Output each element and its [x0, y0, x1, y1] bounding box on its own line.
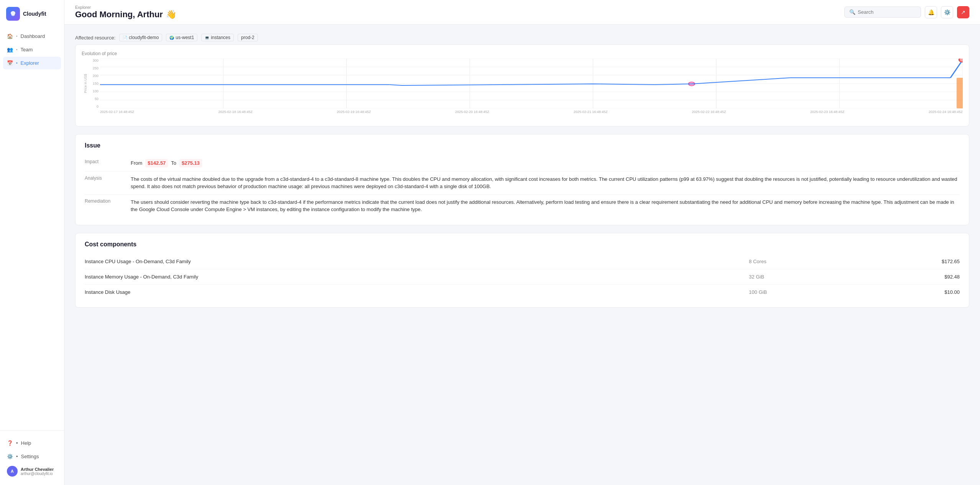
avatar: A — [7, 466, 18, 477]
impact-label: Impact — [85, 155, 131, 171]
logo-text: Cloudyfit — [23, 11, 46, 17]
search-icon: 🔍 — [849, 9, 855, 15]
notifications-button[interactable]: 🔔 — [925, 6, 937, 18]
cost-table: Instance CPU Usage - On-Demand, C3d Fami… — [85, 254, 960, 300]
resource-chip-0[interactable]: 📄 cloudyfit-demo — [119, 34, 162, 41]
remediation-text: The users should consider reverting the … — [131, 194, 960, 217]
header-left: Explorer Good Morning, Arthur 👋 — [75, 5, 176, 20]
impact-value: From $142.57 To $275.13 — [131, 155, 960, 171]
title-text: Good Morning, Arthur — [75, 10, 163, 20]
cost-name-1: Instance Memory Usage - On-Demand, C3d F… — [85, 269, 749, 284]
cost-amount-2: $10.00 — [854, 284, 960, 300]
resource-chip-2[interactable]: 💻 instances — [201, 34, 234, 41]
sidebar-item-label: Team — [21, 47, 33, 52]
cost-amount-0: $172.65 — [854, 254, 960, 269]
chip-text: prod-2 — [241, 35, 254, 40]
home-icon: 🏠 — [7, 33, 13, 39]
logo-icon — [6, 7, 20, 21]
computer-icon: 💻 — [205, 36, 209, 40]
analysis-label: Analysis — [85, 171, 131, 194]
sidebar-item-dashboard[interactable]: 🏠 • Dashboard — [3, 30, 61, 43]
sidebar-item-help[interactable]: ❓ • Help — [3, 437, 61, 449]
globe-icon: 🌍 — [169, 36, 174, 40]
page-title: Good Morning, Arthur 👋 — [75, 10, 176, 20]
exit-icon: ↗ — [961, 9, 965, 15]
table-row: Instance Disk Usage 100 GiB $10.00 — [85, 284, 960, 300]
chart-container: Evolution of price Price in US$ 300 250 … — [75, 44, 969, 126]
chart-svg — [100, 59, 963, 108]
help-icon: ❓ — [7, 440, 13, 446]
sidebar-item-settings[interactable]: ⚙️ • Settings — [3, 450, 61, 463]
nav-dot: • — [16, 34, 18, 38]
sidebar-item-team[interactable]: 👥 • Team — [3, 43, 61, 56]
impact-prices: From $142.57 To $275.13 — [131, 159, 960, 167]
resource-chip-3[interactable]: prod-2 — [238, 34, 258, 41]
cost-spec-0: 8 Cores — [749, 254, 854, 269]
bell-icon: 🔔 — [928, 9, 934, 15]
cost-section: Cost components Instance CPU Usage - On-… — [75, 233, 969, 308]
impact-row: Impact From $142.57 To $275.13 — [85, 155, 960, 171]
issue-table: Impact From $142.57 To $275.13 Analysis — [85, 155, 960, 217]
header: Explorer Good Morning, Arthur 👋 🔍 🔔 ⚙️ ↗ — [64, 0, 980, 25]
sidebar-bottom: ❓ • Help ⚙️ • Settings A Arthur Chevalie… — [0, 430, 64, 485]
cost-section-title: Cost components — [85, 241, 960, 248]
from-value: $142.57 — [145, 159, 168, 167]
affected-label: Affected resource: — [75, 35, 115, 41]
user-profile[interactable]: A Arthur Chevalier arthur@cloudyfit.io — [3, 464, 61, 479]
header-right: 🔍 🔔 ⚙️ ↗ — [844, 6, 969, 18]
to-label: To — [171, 159, 176, 167]
user-details: Arthur Chevalier arthur@cloudyfit.io — [21, 467, 54, 476]
team-icon: 👥 — [7, 47, 13, 52]
affected-resource-bar: Affected resource: 📄 cloudyfit-demo 🌍 us… — [75, 34, 969, 41]
sidebar-item-label: Dashboard — [21, 33, 45, 39]
table-row: Instance CPU Usage - On-Demand, C3d Fami… — [85, 254, 960, 269]
analysis-row: Analysis The costs of the virtual machin… — [85, 171, 960, 194]
svg-point-16 — [959, 59, 963, 62]
from-label: From — [131, 159, 142, 167]
main-content: Explorer Good Morning, Arthur 👋 🔍 🔔 ⚙️ ↗ — [64, 0, 980, 485]
settings-label: Settings — [21, 454, 39, 459]
remediation-row: Remediation The users should consider re… — [85, 194, 960, 217]
nav-dot: • — [16, 61, 18, 65]
wave-emoji: 👋 — [166, 10, 176, 20]
logout-button[interactable]: ↗ — [957, 6, 969, 18]
settings-icon: ⚙️ — [7, 454, 13, 459]
user-name: Arthur Chevalier — [21, 467, 54, 472]
svg-rect-17 — [957, 78, 963, 108]
issue-section: Issue Impact From $142.57 To $275.13 — [75, 134, 969, 225]
chip-text: us-west1 — [176, 35, 194, 40]
breadcrumb: Explorer — [75, 5, 176, 10]
nav-section: 🏠 • Dashboard 👥 • Team 📅 • Explorer — [0, 30, 64, 430]
remediation-label: Remediation — [85, 194, 131, 217]
cost-name-0: Instance CPU Usage - On-Demand, C3d Fami… — [85, 254, 749, 269]
table-row: Instance Memory Usage - On-Demand, C3d F… — [85, 269, 960, 284]
sidebar-item-label: Explorer — [21, 60, 39, 66]
chip-text: cloudyfit-demo — [129, 35, 159, 40]
file-icon: 📄 — [123, 36, 127, 40]
chart-x-labels: 2025-02-17 16:48:45Z 2025-02-18 16:48:45… — [100, 110, 963, 114]
chart-subtitle: Evolution of price — [82, 51, 963, 56]
user-email: arthur@cloudyfit.io — [21, 472, 54, 476]
sidebar-item-explorer[interactable]: 📅 • Explorer — [3, 57, 61, 69]
nav-dot: • — [16, 454, 18, 459]
y-axis-label: Price in US$ — [84, 74, 87, 93]
cost-spec-1: 32 GiB — [749, 269, 854, 284]
cost-amount-1: $92.48 — [854, 269, 960, 284]
issue-title: Issue — [85, 142, 960, 149]
search-input[interactable] — [858, 9, 916, 15]
gear-icon: ⚙️ — [944, 9, 950, 15]
settings-button[interactable]: ⚙️ — [941, 6, 953, 18]
cost-spec-2: 100 GiB — [749, 284, 854, 300]
content-area: Affected resource: 📄 cloudyfit-demo 🌍 us… — [64, 25, 980, 485]
nav-dot: • — [16, 48, 18, 52]
search-box[interactable]: 🔍 — [844, 7, 921, 18]
chip-text: instances — [211, 35, 230, 40]
logo-area: Cloudyfit — [0, 0, 64, 30]
svg-point-0 — [12, 15, 14, 16]
resource-chip-1[interactable]: 🌍 us-west1 — [166, 34, 197, 41]
nav-dot: • — [16, 440, 18, 446]
help-label: Help — [21, 440, 31, 446]
explorer-icon: 📅 — [7, 60, 13, 66]
analysis-text: The costs of the virtual machine doubled… — [131, 171, 960, 194]
to-value: $275.13 — [179, 159, 202, 167]
